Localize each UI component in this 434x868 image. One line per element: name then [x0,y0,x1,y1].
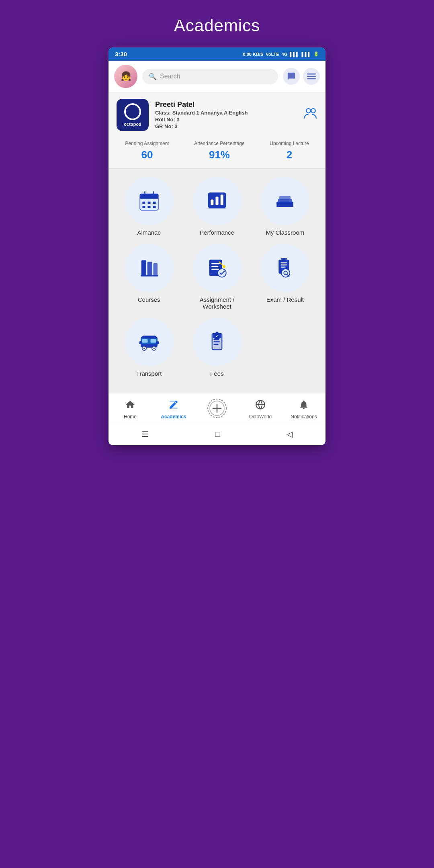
grid-item-exam[interactable]: Exam / Result [255,244,315,310]
svg-rect-26 [141,275,158,277]
search-bar[interactable]: 🔍 Search [142,69,278,84]
svg-rect-45 [142,339,147,343]
profile-card: octopod Preeti Patel Class: Standard 1 A… [108,92,326,135]
svg-rect-0 [307,74,316,75]
svg-rect-25 [153,263,158,276]
svg-rect-30 [211,269,219,270]
header: 👧 🔍 Search [108,61,326,92]
status-time: 3:30 [115,51,127,57]
header-icons [283,68,320,85]
courses-icon-circle [125,244,173,292]
exam-icon [274,257,296,279]
avatar[interactable]: 👧 [114,65,137,88]
menu-button[interactable] [303,68,320,85]
avatar-image: 👧 [114,65,137,88]
stat-lecture-label: Upcoming Lecture [270,141,309,146]
status-bar: 3:30 0.00 KB/S VoLTE 4G ▌▌▌ ▌▌▌ 🔋 [108,47,326,61]
system-nav: ☰ □ ◁ [108,424,326,445]
profile-name: Preeti Patel [155,100,297,109]
profile-gr: GR No: 3 [155,123,297,129]
grid-section: Almanac Performance [108,169,326,393]
search-placeholder: Search [160,73,180,80]
sys-menu-icon[interactable]: ☰ [141,429,149,439]
svg-rect-29 [211,266,219,267]
network-speed: 0.00 KB/S [243,52,264,57]
search-icon: 🔍 [149,73,157,80]
svg-rect-18 [221,194,223,205]
svg-rect-16 [211,200,213,205]
nav-octoworld-label: OctoWorld [249,414,272,420]
grid-item-almanac[interactable]: Almanac [119,177,179,236]
profile-roll: Roll No: 3 [155,117,297,123]
svg-rect-9 [142,202,145,204]
signal-bars: ▌▌▌ [290,52,299,57]
hamburger-icon [307,72,316,81]
grid-item-courses[interactable]: Courses [119,244,179,310]
transport-label: Transport [136,370,162,377]
almanac-icon-circle [125,177,173,225]
svg-rect-1 [307,76,316,77]
stat-attendance-value: 91% [194,149,244,161]
stat-pending-value: 60 [125,149,169,161]
grid-row-3: Transport ✓ Fees [115,318,319,377]
grid-item-performance[interactable]: Performance [187,177,247,236]
performance-icon-circle [193,177,241,225]
grid-item-transport[interactable]: Transport [119,318,179,377]
svg-rect-22 [276,205,293,207]
stat-pending-assignment: Pending Assignment 60 [125,141,169,161]
plus-badge-icon [207,398,227,421]
svg-point-31 [218,269,226,277]
svg-text:✓: ✓ [215,334,219,338]
fees-icon: ✓ [206,331,228,353]
assignment-icon [206,257,228,279]
nav-academics[interactable]: Academics [158,399,190,420]
nav-octoworld[interactable]: OctoWorld [244,399,276,420]
stat-lecture-value: 2 [270,149,309,161]
assignment-label: Assignment / Worksheet [187,296,247,310]
nav-octoworld-center[interactable] [201,398,233,421]
svg-point-32 [223,265,225,268]
nav-notifications[interactable]: Notifications [288,399,320,420]
svg-rect-6 [140,194,158,199]
svg-rect-11 [153,202,156,204]
svg-point-49 [143,348,145,349]
academics-icon [168,399,179,412]
phone-frame: 3:30 0.00 KB/S VoLTE 4G ▌▌▌ ▌▌▌ 🔋 👧 🔍 Se… [108,47,326,445]
svg-rect-39 [282,258,287,260]
grid-item-assignment[interactable]: Assignment / Worksheet [187,244,247,310]
svg-rect-46 [150,339,156,343]
svg-rect-28 [211,263,220,264]
people-icon [303,106,317,124]
octopod-circle [124,103,141,120]
svg-rect-13 [147,206,150,208]
grid-item-my-classroom[interactable]: My Classroom [255,177,315,236]
svg-point-51 [153,348,155,349]
roll-label: Roll No: [155,117,175,123]
svg-rect-12 [142,206,145,208]
performance-icon [206,190,228,212]
svg-rect-35 [281,264,287,265]
nav-academics-label: Academics [161,414,186,420]
my-classroom-label: My Classroom [266,229,304,236]
chat-button[interactable] [283,68,300,85]
exam-icon-circle [261,244,309,292]
grid-row-2: Courses Assignment / Worksheet [115,244,319,310]
network-type: 4G [282,52,288,57]
svg-rect-17 [215,197,218,205]
svg-rect-57 [213,341,220,342]
fees-label: Fees [210,370,223,377]
home-icon [125,399,135,412]
fees-icon-circle: ✓ [193,318,241,366]
page-title: Academics [174,16,260,35]
svg-rect-52 [139,341,142,344]
octopod-text: octopod [124,122,141,127]
svg-rect-34 [281,262,287,263]
sys-home-icon[interactable]: □ [215,430,220,439]
svg-rect-53 [156,341,159,344]
stat-attendance-label: Attendance Percentage [194,141,244,146]
nav-home[interactable]: Home [114,399,146,420]
sys-back-icon[interactable]: ◁ [287,429,293,439]
my-classroom-icon-circle [261,177,309,225]
grid-item-fees[interactable]: ✓ Fees [187,318,247,377]
almanac-label: Almanac [137,229,160,236]
